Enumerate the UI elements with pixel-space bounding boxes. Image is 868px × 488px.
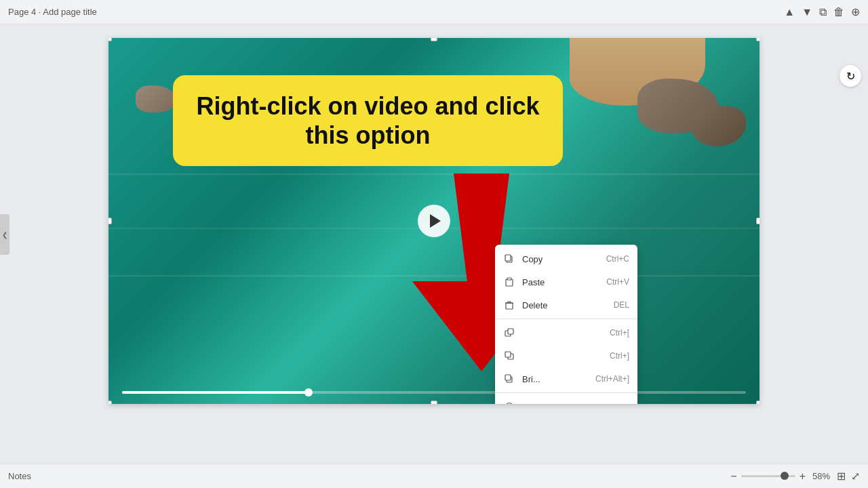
copy-shortcut: Ctrl+C	[606, 254, 629, 264]
paste-label: Paste	[522, 277, 606, 287]
add-page-icon[interactable]: ⊕	[851, 5, 860, 18]
page-title: Page 4 · Add page title	[8, 7, 784, 17]
copy-label: Copy	[522, 254, 606, 264]
slide: Right-click on video and click this opti…	[108, 38, 760, 404]
bring-front-shortcut: Ctrl+Alt+]	[595, 374, 629, 384]
zoom-minus-icon[interactable]: −	[730, 470, 736, 483]
menu-item-bring-front[interactable]: Bri... Ctrl+Alt+]	[495, 367, 637, 390]
divider-1	[495, 319, 637, 319]
video-progress-bar[interactable]	[122, 391, 746, 394]
delete-icon[interactable]: 🗑	[833, 6, 844, 18]
svg-rect-9	[508, 329, 513, 334]
callout-text: Right-click on video and click this opti…	[193, 92, 542, 150]
send-back-icon	[503, 327, 515, 339]
handle-top-left[interactable]	[108, 38, 112, 41]
grid-view-icon[interactable]: ⊞	[837, 470, 846, 483]
left-tab-arrow-icon: ❮	[2, 231, 7, 239]
menu-item-send-back[interactable]: Ctrl+[	[495, 321, 637, 344]
handle-bottom-left[interactable]	[108, 401, 112, 404]
copy-icon	[503, 253, 515, 265]
add-comment-icon: ↻	[503, 401, 515, 404]
svg-rect-4	[507, 278, 511, 280]
handle-mid-right[interactable]	[756, 218, 760, 224]
context-menu: Copy Ctrl+C Paste Ctrl+V Delete DEL	[495, 245, 637, 404]
send-forward-shortcut: Ctrl+]	[610, 351, 629, 361]
menu-item-copy[interactable]: Copy Ctrl+C	[495, 247, 637, 270]
refresh-button[interactable]: ↻	[840, 65, 861, 87]
slider-thumb	[781, 472, 789, 480]
zoom-value: 58%	[812, 471, 830, 481]
handle-top-right[interactable]	[756, 38, 760, 41]
bottom-icons: ⊞ ⤢	[837, 470, 860, 483]
paste-icon	[503, 276, 515, 288]
send-back-shortcut: Ctrl+[	[610, 328, 629, 338]
handle-bottom-mid[interactable]	[431, 401, 437, 404]
send-forward-icon	[503, 350, 515, 362]
bring-front-label: Bri...	[522, 374, 595, 384]
callout-box: Right-click on video and click this opti…	[173, 75, 563, 166]
delete-menu-icon	[503, 299, 515, 311]
menu-item-delete[interactable]: Delete DEL	[495, 293, 637, 317]
paste-shortcut: Ctrl+V	[606, 277, 629, 287]
svg-rect-13	[505, 375, 511, 380]
svg-point-14	[506, 403, 513, 405]
slider-track[interactable]	[741, 475, 795, 477]
chevron-down-icon[interactable]: ▼	[802, 6, 812, 18]
menu-item-paste[interactable]: Paste Ctrl+V	[495, 270, 637, 293]
fullscreen-icon[interactable]: ⤢	[851, 470, 860, 483]
rock-3	[136, 85, 176, 113]
svg-rect-2	[505, 255, 511, 261]
zoom-plus-icon[interactable]: +	[800, 470, 806, 483]
notes-label[interactable]: Notes	[8, 471, 31, 481]
canvas-area: Right-click on video and click this opti…	[0, 24, 868, 464]
delete-shortcut: DEL	[614, 300, 629, 310]
svg-rect-7	[508, 302, 511, 303]
svg-rect-11	[505, 352, 511, 357]
menu-item-add-comment[interactable]: ↻ Add comment	[495, 395, 637, 404]
handle-top-mid[interactable]	[431, 38, 437, 41]
divider-2	[495, 392, 637, 393]
top-bar: Page 4 · Add page title ▲ ▼ ⧉ 🗑 ⊕	[0, 0, 868, 24]
bottom-bar: Notes − + 58% ⊞ ⤢	[0, 464, 868, 488]
video-progress-fill	[122, 391, 309, 394]
right-toolbar: ↻	[840, 65, 861, 87]
handle-mid-left[interactable]	[108, 218, 112, 224]
add-comment-label: Add comment	[522, 402, 629, 405]
bring-front-icon	[503, 373, 515, 385]
menu-item-send-forward[interactable]: Ctrl+]	[495, 344, 637, 367]
top-bar-icons: ▲ ▼ ⧉ 🗑 ⊕	[784, 5, 860, 18]
left-tab[interactable]: ❮	[0, 214, 9, 255]
handle-bottom-right[interactable]	[756, 401, 760, 404]
delete-label: Delete	[522, 300, 614, 310]
chevron-up-icon[interactable]: ▲	[784, 6, 795, 18]
zoom-slider: − +	[730, 470, 806, 483]
svg-rect-5	[506, 303, 513, 309]
bottom-right: − + 58% ⊞ ⤢	[730, 470, 860, 483]
rock-2	[692, 106, 746, 146]
duplicate-icon[interactable]: ⧉	[819, 6, 827, 18]
